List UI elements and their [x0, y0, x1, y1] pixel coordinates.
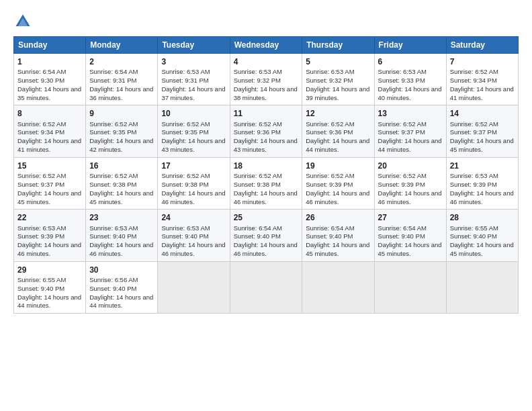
calendar-cell: [302, 261, 374, 313]
daylight-label: Daylight: 14 hours and 41 minutes.: [450, 85, 514, 101]
daylight-label: Daylight: 14 hours and 46 minutes.: [17, 241, 81, 257]
sunset-label: Sunset: 9:39 PM: [17, 232, 64, 240]
daylight-label: Daylight: 14 hours and 42 minutes.: [89, 137, 153, 153]
header: [13, 12, 519, 31]
sunset-label: Sunset: 9:40 PM: [450, 232, 497, 240]
sunset-label: Sunset: 9:35 PM: [89, 128, 136, 136]
weekday-header-thursday: Thursday: [302, 37, 374, 54]
daylight-label: Daylight: 14 hours and 44 minutes.: [378, 137, 442, 153]
sunset-label: Sunset: 9:38 PM: [89, 181, 136, 188]
sunset-label: Sunset: 9:31 PM: [89, 77, 136, 84]
sunrise-label: Sunrise: 6:52 AM: [17, 172, 66, 179]
day-number: 9: [89, 108, 154, 119]
sunrise-label: Sunrise: 6:53 AM: [161, 224, 210, 232]
calendar-cell: 22 Sunrise: 6:53 AM Sunset: 9:39 PM Dayl…: [14, 210, 86, 261]
calendar-cell: 11 Sunrise: 6:52 AM Sunset: 9:36 PM Dayl…: [230, 105, 302, 157]
calendar-cell: 16 Sunrise: 6:52 AM Sunset: 9:38 PM Dayl…: [86, 157, 158, 209]
calendar-cell: 15 Sunrise: 6:52 AM Sunset: 9:37 PM Dayl…: [14, 157, 86, 209]
day-number: 30: [89, 265, 154, 275]
calendar-cell: 27 Sunrise: 6:54 AM Sunset: 9:40 PM Dayl…: [374, 210, 446, 261]
sunset-label: Sunset: 9:38 PM: [161, 181, 208, 188]
calendar-cell: 18 Sunrise: 6:52 AM Sunset: 9:38 PM Dayl…: [230, 157, 302, 209]
daylight-label: Daylight: 14 hours and 36 minutes.: [89, 85, 153, 101]
calendar-cell: 19 Sunrise: 6:52 AM Sunset: 9:39 PM Dayl…: [302, 157, 374, 209]
page: SundayMondayTuesdayWednesdayThursdayFrid…: [0, 0, 532, 411]
daylight-label: Daylight: 14 hours and 43 minutes.: [234, 137, 298, 153]
sunset-label: Sunset: 9:37 PM: [378, 128, 425, 136]
sunrise-label: Sunrise: 6:53 AM: [161, 68, 210, 75]
day-number: 10: [161, 108, 226, 119]
weekday-header-saturday: Saturday: [446, 37, 518, 54]
day-number: 19: [306, 161, 370, 171]
sunrise-label: Sunrise: 6:54 AM: [234, 224, 282, 232]
daylight-label: Daylight: 14 hours and 45 minutes.: [378, 241, 442, 257]
sunrise-label: Sunrise: 6:52 AM: [234, 120, 282, 128]
sunrise-label: Sunrise: 6:53 AM: [234, 68, 282, 75]
day-number: 8: [17, 108, 82, 119]
calendar-cell: 14 Sunrise: 6:52 AM Sunset: 9:37 PM Dayl…: [446, 105, 518, 157]
daylight-label: Daylight: 14 hours and 43 minutes.: [161, 137, 225, 153]
calendar-cell: 21 Sunrise: 6:53 AM Sunset: 9:39 PM Dayl…: [446, 157, 518, 209]
sunset-label: Sunset: 9:36 PM: [234, 128, 281, 136]
daylight-label: Daylight: 14 hours and 46 minutes.: [378, 189, 442, 205]
day-number: 23: [89, 212, 154, 223]
daylight-label: Daylight: 14 hours and 41 minutes.: [17, 137, 81, 153]
daylight-label: Daylight: 14 hours and 38 minutes.: [234, 85, 298, 101]
day-number: 4: [234, 56, 299, 67]
sunset-label: Sunset: 9:40 PM: [378, 232, 425, 240]
sunrise-label: Sunrise: 6:56 AM: [89, 276, 138, 283]
day-number: 6: [378, 56, 443, 67]
sunset-label: Sunset: 9:34 PM: [17, 128, 64, 136]
daylight-label: Daylight: 14 hours and 39 minutes.: [306, 85, 369, 101]
day-number: 24: [161, 212, 226, 223]
logo-icon: [13, 12, 32, 31]
sunrise-label: Sunrise: 6:54 AM: [17, 68, 66, 75]
sunset-label: Sunset: 9:40 PM: [17, 285, 64, 292]
calendar-week-row: 8 Sunrise: 6:52 AM Sunset: 9:34 PM Dayli…: [14, 105, 519, 157]
sunset-label: Sunset: 9:39 PM: [378, 181, 425, 188]
daylight-label: Daylight: 14 hours and 46 minutes.: [161, 189, 225, 205]
calendar-cell: [230, 261, 302, 313]
sunset-label: Sunset: 9:34 PM: [450, 77, 497, 84]
sunset-label: Sunset: 9:37 PM: [17, 181, 64, 188]
sunrise-label: Sunrise: 6:52 AM: [17, 120, 66, 128]
sunset-label: Sunset: 9:32 PM: [306, 77, 353, 84]
sunrise-label: Sunrise: 6:52 AM: [378, 172, 427, 179]
daylight-label: Daylight: 14 hours and 40 minutes.: [378, 85, 442, 101]
calendar-cell: 8 Sunrise: 6:52 AM Sunset: 9:34 PM Dayli…: [14, 105, 86, 157]
daylight-label: Daylight: 14 hours and 44 minutes.: [306, 137, 369, 153]
sunrise-label: Sunrise: 6:54 AM: [89, 68, 138, 75]
calendar-week-row: 15 Sunrise: 6:52 AM Sunset: 9:37 PM Dayl…: [14, 157, 519, 209]
calendar-cell: 12 Sunrise: 6:52 AM Sunset: 9:36 PM Dayl…: [302, 105, 374, 157]
sunset-label: Sunset: 9:40 PM: [161, 232, 208, 240]
sunset-label: Sunset: 9:32 PM: [234, 77, 281, 84]
sunrise-label: Sunrise: 6:54 AM: [378, 224, 427, 232]
calendar-cell: 24 Sunrise: 6:53 AM Sunset: 9:40 PM Dayl…: [158, 210, 230, 261]
calendar-cell: 1 Sunrise: 6:54 AM Sunset: 9:30 PM Dayli…: [14, 54, 86, 105]
day-number: 17: [161, 161, 226, 171]
day-number: 16: [89, 161, 154, 171]
sunrise-label: Sunrise: 6:52 AM: [89, 172, 138, 179]
calendar-cell: 13 Sunrise: 6:52 AM Sunset: 9:37 PM Dayl…: [374, 105, 446, 157]
day-number: 14: [450, 108, 515, 119]
daylight-label: Daylight: 14 hours and 45 minutes.: [450, 137, 514, 153]
sunrise-label: Sunrise: 6:53 AM: [378, 68, 427, 75]
day-number: 13: [378, 108, 443, 119]
day-number: 25: [234, 212, 299, 223]
calendar-cell: [446, 261, 518, 313]
daylight-label: Daylight: 14 hours and 45 minutes.: [306, 241, 369, 257]
calendar-cell: 3 Sunrise: 6:53 AM Sunset: 9:31 PM Dayli…: [158, 54, 230, 105]
sunset-label: Sunset: 9:40 PM: [89, 285, 136, 292]
sunrise-label: Sunrise: 6:52 AM: [306, 172, 354, 179]
sunrise-label: Sunrise: 6:52 AM: [161, 120, 210, 128]
weekday-header-sunday: Sunday: [14, 37, 86, 54]
sunset-label: Sunset: 9:38 PM: [234, 181, 281, 188]
daylight-label: Daylight: 14 hours and 35 minutes.: [17, 85, 81, 101]
calendar-cell: 20 Sunrise: 6:52 AM Sunset: 9:39 PM Dayl…: [374, 157, 446, 209]
daylight-label: Daylight: 14 hours and 46 minutes.: [89, 241, 153, 257]
calendar-cell: [374, 261, 446, 313]
sunrise-label: Sunrise: 6:54 AM: [306, 224, 354, 232]
weekday-header-friday: Friday: [374, 37, 446, 54]
calendar-header-row: SundayMondayTuesdayWednesdayThursdayFrid…: [14, 37, 519, 54]
daylight-label: Daylight: 14 hours and 46 minutes.: [234, 189, 298, 205]
